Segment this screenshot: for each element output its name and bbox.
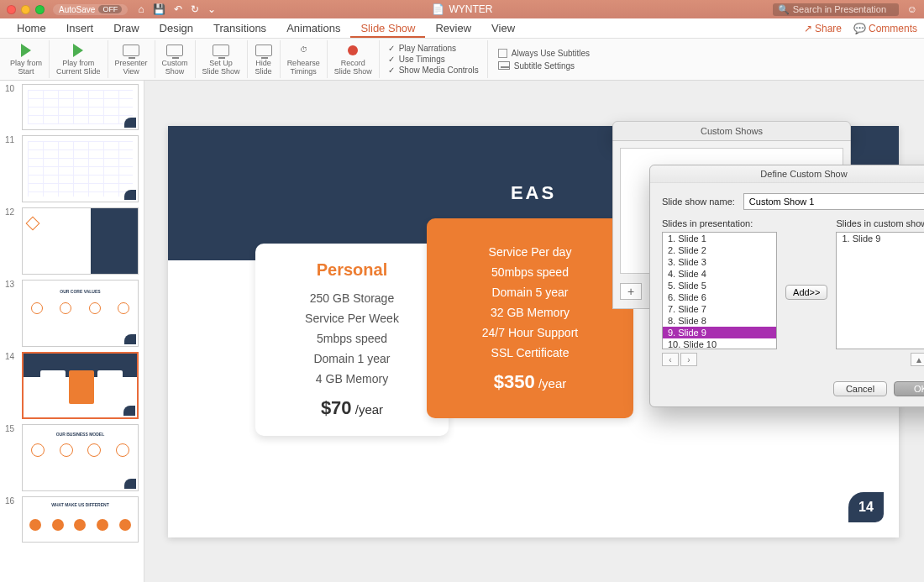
play-from-current-label: Play from Current Slide [56,60,101,76]
account-icon[interactable]: ☺ [907,3,917,15]
tab-transitions[interactable]: Transitions [203,18,276,38]
presentation-slide-item[interactable]: 4. Slide 4 [663,268,776,280]
add-custom-show-button[interactable]: + [620,283,642,300]
hide-slide-button[interactable]: Hide Slide [248,40,281,78]
slide-canvas[interactable]: EAS Personal 250 GB Storage Service Per … [144,81,924,582]
slide-number-badge: 14 [848,492,884,522]
show-media-check[interactable]: ✓Show Media Controls [388,66,479,75]
share-button[interactable]: ↗ Share [804,23,842,34]
presentation-slide-item[interactable]: 2. Slide 2 [663,244,776,256]
custom-show-slide-item[interactable]: 1. Slide 9 [837,233,924,244]
window-titlebar: AutoSave OFF ⌂ 💾 ↶ ↻ ⌄ 📄 WYNTER 🔍 Search… [0,0,924,18]
use-timings-check[interactable]: ✓Use Timings [388,55,479,64]
custom-show-slides-list[interactable]: 1. Slide 9 [836,232,924,349]
play-from-start-button[interactable]: Play from Start [3,40,50,78]
save-icon[interactable]: 💾 [153,3,165,15]
undo-icon[interactable]: ↶ [174,3,182,15]
redo-icon[interactable]: ↻ [191,3,199,15]
subtitle-icon [498,61,510,70]
show-name-label: Slide show name: [662,197,735,207]
close-window-button[interactable] [7,5,16,14]
presenter-view-button[interactable]: Presenter View [108,40,155,78]
search-placeholder: Search in Presentation [793,4,886,14]
pricing-card-personal: Personal 250 GB Storage Service Per Week… [255,244,449,436]
define-custom-show-dialog: Define Custom Show Slide show name: Slid… [649,165,924,407]
presenter-view-label: Presenter View [115,60,148,76]
comments-button[interactable]: 💬 Comments [853,23,917,34]
tab-design[interactable]: Design [150,18,203,38]
set-up-button[interactable]: Set Up Slide Show [196,40,248,78]
thumb-15[interactable]: 15 OUR BUSINESS MODEL [5,424,139,491]
zoom-window-button[interactable] [35,5,45,14]
ribbon: Play from Start Play from Current Slide … [0,39,924,81]
next-page-button[interactable]: › [680,353,697,366]
search-input[interactable]: 🔍 Search in Presentation [773,3,899,16]
minimize-window-button[interactable] [21,5,30,14]
menu-tabs: Home Insert Draw Design Transitions Anim… [0,18,924,39]
add-slide-button[interactable]: Add>> [785,285,827,300]
presentation-slide-item[interactable]: 10. Slide 10 [663,338,776,349]
personal-title: Personal [265,260,438,280]
subtitle-settings-button[interactable]: Subtitle Settings [498,61,590,71]
record-button[interactable]: Record Slide Show [328,40,380,78]
presentation-slides-list[interactable]: 1. Slide 12. Slide 23. Slide 34. Slide 4… [662,232,777,349]
tab-view[interactable]: View [481,18,525,38]
presentation-slide-item[interactable]: 3. Slide 3 [663,256,776,268]
right-list-label: Slides in custom show: [836,218,924,228]
more-icon[interactable]: ⌄ [207,3,216,15]
timer-icon: ⏱ [294,43,312,58]
thumb-11[interactable]: 11 [5,135,139,202]
thumb-16[interactable]: 16 WHAT MAKE US DIFFERENT [5,496,139,543]
monitor-icon [166,45,183,56]
play-icon [21,44,31,57]
tab-review[interactable]: Review [425,18,481,38]
doc-icon: 📄 [432,3,444,15]
play-icon [73,44,83,57]
play-from-start-label: Play from Start [10,60,42,76]
rehearse-button[interactable]: ⏱ Rehearse Timings [281,40,328,78]
presentation-slide-item[interactable]: 7. Slide 7 [663,303,776,315]
play-narrations-check[interactable]: ✓Play Narrations [388,44,479,53]
tab-slide-show[interactable]: Slide Show [350,18,425,38]
rehearse-label: Rehearse Timings [287,60,320,76]
presentation-slide-item[interactable]: 9. Slide 9 [663,327,776,338]
comments-label: Comments [869,23,917,34]
show-name-input[interactable] [743,193,924,210]
cancel-button[interactable]: Cancel [833,381,887,396]
monitor-icon [123,45,139,56]
home-icon[interactable]: ⌂ [138,3,144,15]
presentation-slide-item[interactable]: 8. Slide 8 [663,315,776,327]
play-from-current-button[interactable]: Play from Current Slide [50,40,108,78]
tab-animations[interactable]: Animations [276,18,350,38]
document-title: 📄 WYNTER [432,3,493,15]
share-icon: ↗ [804,23,812,34]
presentation-slide-item[interactable]: 6. Slide 6 [663,291,776,303]
thumbnail-pane[interactable]: 10 11 12 13 OUR CORE VALUES 14 15 OUR BU… [0,81,144,582]
share-label: Share [815,23,842,34]
custom-shows-titlebar: Custom Shows [612,121,851,141]
autosave-toggle[interactable]: AutoSave OFF [53,4,128,15]
prev-page-button[interactable]: ‹ [662,353,679,366]
doc-title-text: WYNTER [449,3,493,15]
autosave-state: OFF [98,5,122,13]
presentation-slide-item[interactable]: 5. Slide 5 [663,280,776,291]
record-label: Record Slide Show [334,60,372,76]
thumb-14[interactable]: 14 [5,352,139,419]
tab-draw[interactable]: Draw [103,18,149,38]
set-up-label: Set Up Slide Show [202,60,240,76]
custom-show-button[interactable]: Custom Show [155,40,196,78]
hide-slide-label: Hide Slide [255,60,272,76]
thumb-13[interactable]: 13 OUR CORE VALUES [5,280,139,347]
thumb-12[interactable]: 12 [5,207,139,275]
presentation-slide-item[interactable]: 1. Slide 1 [663,233,776,244]
always-use-subtitles-check[interactable]: Always Use Subtitles [498,49,590,58]
thumb-10[interactable]: 10 [5,84,139,130]
move-up-button[interactable]: ▲ [911,353,924,366]
comment-icon: 💬 [853,23,866,34]
record-icon [348,45,358,55]
tab-home[interactable]: Home [7,18,56,38]
quick-access: ⌂ 💾 ↶ ↻ ⌄ [138,3,215,15]
tab-insert[interactable]: Insert [56,18,104,38]
dialog-title: Define Custom Show [650,165,924,183]
ok-button[interactable]: OK [894,381,924,396]
